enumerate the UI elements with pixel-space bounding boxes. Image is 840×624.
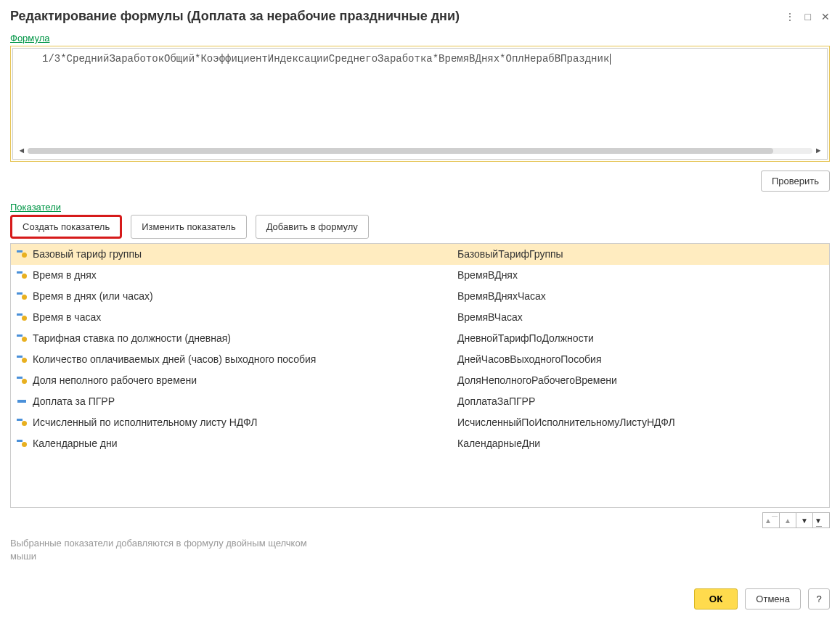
formula-text: 1/3*СреднийЗаработокОбщий*КоэффициентИнд… xyxy=(42,53,609,65)
indicator-code: ДнейЧасовВыходногоПособия xyxy=(457,353,825,365)
window-title: Редактирование формулы (Доплата за нераб… xyxy=(10,9,460,24)
nav-last-icon[interactable]: ▼— xyxy=(812,512,830,528)
indicator-code: ДоплатаЗаПГРР xyxy=(457,395,825,407)
cancel-button[interactable]: Отмена xyxy=(745,588,801,609)
table-row[interactable]: Календарные дниКалендарныеДни xyxy=(11,433,829,454)
indicator-code: ВремяВЧасах xyxy=(457,311,825,323)
table-row[interactable]: Исчисленный по исполнительному листу НДФ… xyxy=(11,412,829,433)
table-row[interactable]: Доплата за ПГРРДоплатаЗаПГРР xyxy=(11,391,829,412)
create-indicator-button[interactable]: Создать показатель xyxy=(10,215,122,239)
indicator-name: Время в часах xyxy=(33,311,457,323)
formula-content[interactable]: 1/3*СреднийЗаработокОбщий*КоэффициентИнд… xyxy=(12,48,828,160)
indicator-code: ВремяВДнях xyxy=(457,269,825,281)
menu-icon[interactable]: ⋮ xyxy=(785,11,795,22)
edit-indicator-button[interactable]: Изменить показатель xyxy=(131,215,246,239)
text-cursor xyxy=(610,54,611,65)
table-row[interactable]: Доля неполного рабочего времениДоляНепол… xyxy=(11,370,829,391)
scroll-thumb[interactable] xyxy=(28,148,773,154)
indicator-name: Базовый тариф группы xyxy=(33,248,457,260)
close-icon[interactable]: ✕ xyxy=(821,11,830,22)
indicators-grid[interactable]: Базовый тариф группыБазовыйТарифГруппыВр… xyxy=(10,243,830,508)
indicator-icon xyxy=(15,419,28,426)
add-to-formula-button[interactable]: Добавить в формулу xyxy=(256,215,369,239)
indicator-code: БазовыйТарифГруппы xyxy=(457,248,825,260)
table-row[interactable]: Базовый тариф группыБазовыйТарифГруппы xyxy=(11,244,829,265)
maximize-icon[interactable]: □ xyxy=(805,11,811,22)
indicator-name: Доплата за ПГРР xyxy=(33,395,457,407)
scroll-right-icon[interactable]: ► xyxy=(814,147,823,155)
indicators-label-link[interactable]: Показатели xyxy=(10,202,61,213)
indicator-icon xyxy=(15,292,28,300)
indicator-name: Количество оплачиваемых дней (часов) вых… xyxy=(33,353,457,365)
titlebar: Редактирование формулы (Доплата за нераб… xyxy=(10,9,830,24)
footer: ОК Отмена ? xyxy=(694,588,830,609)
formula-scrollbar[interactable]: ◄ ► xyxy=(17,146,823,156)
indicator-icon xyxy=(15,400,28,403)
indicator-code: ДневнойТарифПоДолжности xyxy=(457,332,825,344)
formula-editor[interactable]: 1/3*СреднийЗаработокОбщий*КоэффициентИнд… xyxy=(10,46,830,162)
indicator-icon xyxy=(15,271,28,279)
indicator-name: Тарифная ставка по должности (дневная) xyxy=(33,332,457,344)
table-row[interactable]: Тарифная ставка по должности (дневная)Дн… xyxy=(11,328,829,349)
indicator-icon xyxy=(15,313,28,321)
formula-label: Формула xyxy=(10,33,830,44)
indicators-label: Показатели xyxy=(10,202,830,213)
indicator-code: ДоляНеполногоРабочегоВремени xyxy=(457,374,825,386)
indicator-icon xyxy=(15,356,28,363)
window-controls: ⋮ □ ✕ xyxy=(785,11,830,22)
indicator-code: ВремяВДняхЧасах xyxy=(457,290,825,302)
indicator-icon xyxy=(15,250,28,258)
check-button[interactable]: Проверить xyxy=(761,171,830,192)
table-row[interactable]: Время в днях (или часах)ВремяВДняхЧасах xyxy=(11,286,829,307)
indicator-icon xyxy=(15,440,28,447)
table-row[interactable]: Количество оплачиваемых дней (часов) вых… xyxy=(11,349,829,370)
ok-button[interactable]: ОК xyxy=(694,588,738,609)
nav-up-icon[interactable]: ▲ xyxy=(779,512,796,528)
grid-nav: ▲— ▲ ▼ ▼— xyxy=(10,512,830,528)
table-row[interactable]: Время в часахВремяВЧасах xyxy=(11,307,829,328)
formula-label-link[interactable]: Формула xyxy=(10,33,49,44)
indicator-icon xyxy=(15,377,28,384)
indicator-name: Время в днях xyxy=(33,269,457,281)
indicator-name: Исчисленный по исполнительному листу НДФ… xyxy=(33,416,457,428)
nav-down-icon[interactable]: ▼ xyxy=(796,512,813,528)
indicator-name: Календарные дни xyxy=(33,438,457,449)
indicator-name: Время в днях (или часах) xyxy=(33,290,457,302)
scroll-left-icon[interactable]: ◄ xyxy=(17,147,26,155)
hint-text: Выбранные показатели добавляются в форму… xyxy=(10,537,330,562)
help-button[interactable]: ? xyxy=(808,588,830,609)
indicator-icon xyxy=(15,334,28,342)
scroll-track[interactable] xyxy=(28,148,812,154)
indicator-name: Доля неполного рабочего времени xyxy=(33,374,457,386)
indicator-code: ИсчисленныйПоИсполнительномуЛистуНДФЛ xyxy=(457,416,825,428)
indicator-code: КалендарныеДни xyxy=(457,438,825,449)
nav-first-icon[interactable]: ▲— xyxy=(762,512,780,528)
table-row[interactable]: Время в дняхВремяВДнях xyxy=(11,265,829,286)
